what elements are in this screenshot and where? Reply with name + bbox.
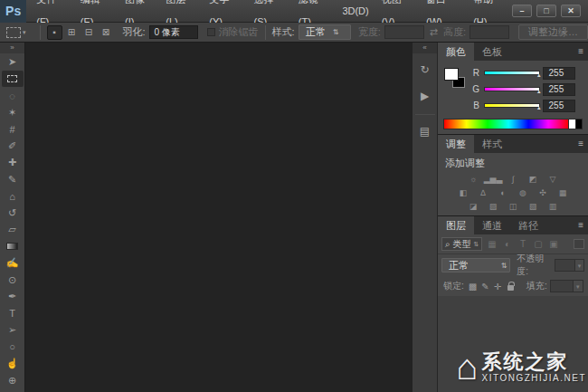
adjustment-icon-row: ◧ ∆ ◐ ◍ ✣ ▦ (438, 186, 588, 199)
hue-saturation-icon[interactable]: ◧ (456, 186, 471, 199)
pen-tool-icon: ✒ (8, 291, 16, 302)
play-icon: ▶ (421, 90, 429, 102)
feather-input[interactable]: 0 像素 (149, 25, 198, 39)
selective-color-icon[interactable]: ▥ (545, 200, 561, 213)
vibrance-icon[interactable]: ▽ (545, 173, 561, 186)
smudge-tool[interactable]: ✍ (2, 255, 24, 272)
panel-menu-icon[interactable]: ≡ (578, 135, 588, 153)
tool-preset-icon[interactable] (6, 27, 21, 38)
new-selection-button[interactable]: ▪ (47, 25, 62, 40)
ellipse-tool[interactable]: ○ (2, 339, 24, 355)
color-balance-icon[interactable]: ∆ (476, 186, 491, 199)
lock-position-icon[interactable]: ✛ (494, 282, 501, 292)
properties-panel-button[interactable]: ▤ (414, 121, 436, 141)
path-selection-tool[interactable]: ➢ (2, 322, 24, 339)
move-tool[interactable]: ➤ (2, 54, 24, 71)
window-controls: – □ ✕ (512, 5, 588, 17)
brush-tool[interactable]: ✎ (2, 171, 24, 187)
levels-icon[interactable]: ▂▅▃ (486, 173, 501, 186)
add-to-selection-button[interactable]: ⊞ (64, 25, 80, 40)
adjustments-panel-tabs: 调整 样式 ≡ (438, 135, 588, 153)
tab-channels[interactable]: 通道 (474, 216, 510, 234)
type-tool[interactable]: T (2, 305, 24, 321)
gradient-tool[interactable] (2, 238, 24, 254)
tab-swatches[interactable]: 色板 (474, 43, 510, 61)
lock-all-icon[interactable] (507, 285, 514, 291)
tool-options-bar: ▾ ▪ ⊞ ⊟ ⊠ 羽化: 0 像素 消除锯齿 样式: 正常 ⇅ 宽度: ⇄ 高… (0, 23, 588, 43)
lock-transparent-pixels-icon[interactable]: ▩ (469, 282, 477, 292)
color-spectrum-ramp[interactable] (443, 119, 568, 129)
filter-pixel-layers-icon[interactable]: ▦ (486, 239, 498, 249)
panel-menu-icon[interactable]: ≡ (578, 43, 588, 61)
filter-type-layers-icon[interactable]: T (517, 239, 528, 249)
healing-brush-tool[interactable]: ✚ (2, 155, 24, 171)
slider-thumb-icon[interactable]: ▴ (537, 88, 541, 95)
menu-3d[interactable]: 3D(D) (336, 0, 375, 23)
red-value-input[interactable]: 255 (543, 67, 575, 80)
eraser-tool[interactable]: ▱ (2, 222, 24, 238)
blue-slider[interactable] (484, 103, 540, 108)
posterize-icon[interactable]: ▨ (486, 200, 501, 213)
intersect-selection-button[interactable]: ⊠ (99, 25, 114, 40)
antialias-checkbox[interactable] (207, 28, 215, 36)
brightness-contrast-icon[interactable]: ☼ (466, 173, 481, 186)
filter-adjustment-layers-icon[interactable]: ◐ (501, 239, 513, 249)
tab-styles[interactable]: 样式 (474, 135, 510, 153)
red-slider[interactable] (484, 71, 540, 75)
white-swatch[interactable] (568, 119, 575, 129)
threshold-icon[interactable]: ◫ (506, 200, 521, 213)
layer-filter-type-select[interactable]: ⌕ 类型 ⇅ (441, 237, 482, 251)
tab-color[interactable]: 颜色 (438, 43, 474, 61)
house-logo-icon: ⌂ (456, 349, 478, 385)
blend-mode-select[interactable]: 正常 ⇅ (441, 258, 510, 272)
exposure-icon[interactable]: ◩ (526, 173, 541, 186)
photo-filter-icon[interactable]: ◍ (516, 186, 531, 199)
tool-preset-dropdown-icon[interactable]: ▾ (23, 29, 26, 36)
quick-selection-icon: ✶ (8, 107, 16, 119)
spinner-icon: ⇅ (474, 241, 479, 248)
green-slider[interactable] (484, 87, 540, 91)
filter-smart-objects-icon[interactable]: ▣ (547, 239, 559, 249)
pen-tool[interactable]: ✒ (2, 289, 24, 305)
tab-adjustments[interactable]: 调整 (438, 135, 474, 153)
color-lookup-icon[interactable]: ▦ (555, 186, 571, 199)
blue-value-input[interactable]: 255 (543, 100, 575, 112)
panel-menu-icon[interactable]: ≡ (578, 216, 588, 234)
black-white-icon[interactable]: ◐ (496, 186, 511, 199)
canvas-workspace[interactable] (25, 43, 413, 392)
collapse-toolbar-button[interactable]: » (0, 43, 24, 53)
zoom-tool[interactable]: ⊕ (2, 372, 24, 388)
slider-thumb-icon[interactable]: ▴ (537, 72, 541, 79)
crop-tool[interactable]: # (2, 121, 24, 138)
gradient-map-icon[interactable]: ▧ (526, 200, 541, 213)
history-brush-tool[interactable]: ↺ (2, 205, 24, 221)
actions-panel-button[interactable]: ▶ (414, 86, 436, 106)
maximize-button[interactable]: □ (536, 5, 556, 17)
lock-image-pixels-icon[interactable]: ✎ (481, 282, 488, 292)
minimize-button[interactable]: – (512, 5, 532, 17)
green-value-input[interactable]: 255 (543, 83, 575, 96)
invert-icon[interactable]: ◪ (466, 200, 481, 213)
curves-icon[interactable]: ∫ (506, 173, 521, 186)
channel-mixer-icon[interactable]: ✣ (536, 186, 551, 199)
lasso-tool[interactable]: ◌ (2, 88, 24, 104)
dodge-tool[interactable]: ⊙ (2, 272, 24, 288)
filter-shape-layers-icon[interactable]: ▢ (532, 239, 544, 249)
history-panel-button[interactable]: ↻ (414, 60, 436, 80)
hand-tool[interactable]: ☝ (2, 356, 24, 372)
black-swatch[interactable] (575, 119, 583, 129)
subtract-from-selection-button[interactable]: ⊟ (81, 25, 97, 40)
tab-paths[interactable]: 路径 (510, 216, 546, 234)
quick-selection-tool[interactable]: ✶ (2, 104, 24, 120)
filter-type-value: 类型 (453, 238, 471, 251)
clone-stamp-tool[interactable]: ⌂ (2, 188, 24, 205)
rectangular-marquee-tool[interactable] (2, 71, 24, 87)
close-button[interactable]: ✕ (561, 5, 581, 17)
tab-layers[interactable]: 图层 (438, 216, 474, 234)
layer-filter-toggle[interactable] (574, 239, 584, 249)
slider-thumb-icon[interactable]: ▴ (537, 104, 541, 111)
foreground-color-swatch[interactable] (444, 68, 459, 81)
expand-dock-button[interactable]: « (413, 43, 437, 53)
style-select[interactable]: 正常 ⇅ (299, 24, 351, 40)
eyedropper-tool[interactable]: ✐ (2, 138, 24, 154)
